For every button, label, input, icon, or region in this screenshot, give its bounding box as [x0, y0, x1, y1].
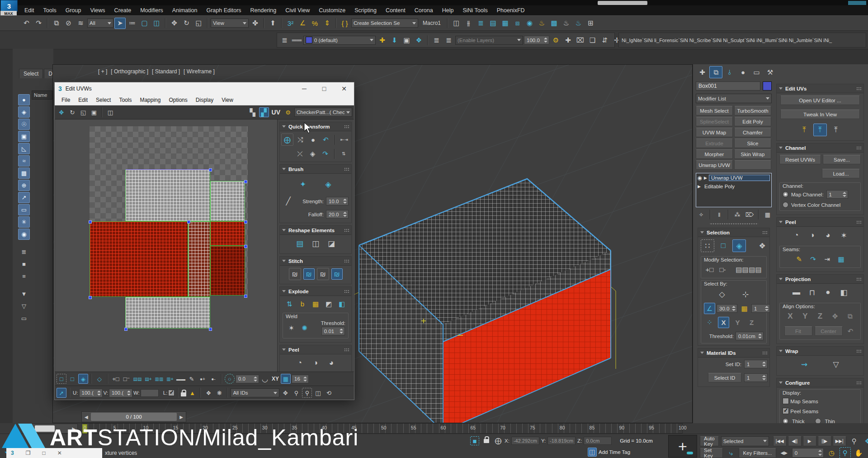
modifier-stack[interactable]: ◉▶Unwrap UVW▶Editable Poly: [696, 173, 772, 207]
falloff-space-xy[interactable]: XY: [271, 376, 280, 382]
select-by-element-icon[interactable]: ❖: [755, 239, 769, 252]
filter-config-icon[interactable]: ▼: [18, 288, 30, 300]
set-key-button[interactable]: Set Key: [700, 448, 723, 458]
uv-paint-grow-icon[interactable]: ●+: [198, 374, 208, 384]
uv-island-top-left[interactable]: [125, 169, 210, 221]
time-slider[interactable]: ◀ 0 / 100 ▶: [81, 411, 186, 422]
weld-custom-icon[interactable]: ✶: [286, 322, 297, 334]
expand-arrow-icon[interactable]: ▶: [698, 184, 701, 189]
surface-wrap-icon[interactable]: ▽: [829, 358, 843, 371]
flatten-by-face-icon[interactable]: ▦: [310, 298, 321, 310]
relax-brush-icon[interactable]: ◈: [321, 178, 335, 191]
axis-y-button[interactable]: Y: [732, 317, 743, 328]
window-crossing-icon[interactable]: ◫: [151, 18, 162, 29]
spacewarps-filter-icon[interactable]: ≈: [18, 155, 30, 167]
v-spinner[interactable]: 100.(: [109, 389, 132, 397]
shrink-selection-icon[interactable]: □-: [717, 264, 728, 275]
threshold-spinner[interactable]: 0.01cm: [736, 332, 764, 340]
curve-editor-icon[interactable]: ▦: [500, 18, 511, 29]
reset-projection-icon[interactable]: ↶: [845, 325, 856, 337]
render-production-icon[interactable]: ♨: [561, 18, 572, 29]
uv-ring-grow-icon[interactable]: ▥+: [165, 374, 175, 384]
cameras-filter-icon[interactable]: ▣: [18, 131, 30, 142]
align-horizontal-icon[interactable]: ⤭: [295, 134, 306, 145]
quick-peel-icon[interactable]: ◔: [790, 229, 803, 242]
open-uv-editor-button[interactable]: Open UV Editor ...: [780, 95, 860, 105]
modifier-button-unwrap-uvw[interactable]: Unwrap UVW: [696, 160, 733, 170]
pan-icon[interactable]: ✥: [280, 388, 290, 398]
uv-island-red-main[interactable]: [90, 221, 188, 297]
uv-menu-options[interactable]: Options: [165, 97, 191, 103]
prev-key-icon[interactable]: ◀||: [788, 436, 802, 446]
edit-seams-icon[interactable]: ✎: [793, 253, 805, 265]
align-to-view-icon[interactable]: ⧉: [844, 310, 856, 322]
select-by-angle-icon[interactable]: ∠: [704, 303, 715, 314]
grow-selection-icon[interactable]: +□: [704, 264, 715, 275]
reshape-header[interactable]: Reshape Elements: [280, 226, 351, 235]
axis-z-button[interactable]: Z: [746, 317, 757, 328]
uv-move-icon[interactable]: ✥: [57, 107, 66, 117]
modifier-button-chamfer[interactable]: Chamfer: [734, 128, 771, 137]
isolate-toggle-icon[interactable]: ◫: [588, 448, 597, 457]
uv-vertex-dot[interactable]: [89, 220, 92, 224]
stitch-source-icon[interactable]: ₪: [303, 268, 315, 280]
freeze-icon[interactable]: ❋: [214, 388, 224, 398]
tab-select[interactable]: Select: [19, 69, 43, 78]
rotate-cw-icon[interactable]: ↷: [320, 148, 331, 159]
create-tab-icon[interactable]: ✚: [696, 66, 709, 78]
uv-canvas[interactable]: [55, 119, 277, 377]
containers-filter-icon[interactable]: ⊕: [18, 180, 30, 191]
detail-view-icon[interactable]: ≡: [18, 271, 30, 282]
container-icon[interactable]: ▭: [18, 313, 30, 324]
modifier-button-skin-wrap[interactable]: Skin Wrap: [734, 149, 771, 159]
modifier-button-empty[interactable]: [734, 160, 771, 170]
select-in-layer-icon[interactable]: ▣: [401, 34, 412, 46]
strength-spinner[interactable]: 10.0: [326, 197, 349, 205]
absolute-typein-icon[interactable]: ➚: [57, 388, 66, 398]
spline-wrap-icon[interactable]: ⇝: [797, 358, 811, 371]
horizontal-scrollbar[interactable]: ◀ ▶: [27, 424, 78, 434]
select-scale-icon[interactable]: ◱: [193, 18, 204, 29]
menu-content[interactable]: Content: [381, 7, 410, 14]
scrollbar-thumb[interactable]: [35, 425, 55, 432]
menu-corona[interactable]: Corona: [410, 7, 438, 14]
flatten-strips-icon[interactable]: ◧: [336, 298, 348, 310]
show-end-result-icon[interactable]: ‖: [714, 210, 725, 219]
menu-phoenixfd[interactable]: PhoenixFD: [492, 7, 529, 14]
uv-rotate-icon[interactable]: ↻: [67, 107, 77, 117]
edge-to-seam-icon[interactable]: ⇥: [821, 253, 833, 265]
stitch-target-icon[interactable]: ₪: [331, 268, 343, 280]
z-coord-field[interactable]: 0.0cm: [584, 437, 612, 445]
weld-threshold-spinner[interactable]: 0.01: [321, 327, 345, 335]
modifier-button-slice[interactable]: Slice: [734, 138, 771, 148]
panel-filter-icon[interactable]: ▭: [18, 204, 30, 215]
uv-freeform-icon[interactable]: ▣: [89, 107, 99, 117]
select-loop-icon[interactable]: ▤▤: [750, 264, 761, 275]
close-button[interactable]: ✕: [334, 82, 354, 95]
checker-a-icon[interactable]: ▚: [248, 107, 258, 117]
zoom-region-nav-icon[interactable]: ⚲: [840, 447, 851, 458]
uv-vertex-dot[interactable]: [124, 328, 127, 331]
uv-vertex-dot[interactable]: [244, 220, 247, 224]
layer-list-icon[interactable]: ≣: [279, 34, 290, 46]
select-by-name-icon[interactable]: ≔: [127, 18, 138, 29]
angle-spinner[interactable]: 30.0: [717, 304, 737, 313]
selection-rollout-header[interactable]: Selection: [698, 228, 769, 237]
selection-lock-icon[interactable]: [484, 439, 489, 443]
copy-layer-icon[interactable]: ❏: [587, 34, 598, 46]
uv-menu-display[interactable]: Display: [192, 97, 217, 103]
modify-tab-icon[interactable]: ⧉: [709, 66, 722, 78]
falloff-spinner[interactable]: 20.0: [326, 210, 349, 219]
max-logo[interactable]: 3: [0, 0, 18, 12]
selection-set-dropdown[interactable]: Selected: [721, 436, 769, 446]
fragment-close-icon[interactable]: ✕: [57, 450, 62, 456]
uv-ring-icon[interactable]: ▥▥: [154, 374, 164, 384]
motion-tab-icon[interactable]: ●: [736, 66, 750, 78]
linear-align-icon[interactable]: ◈: [307, 148, 318, 159]
align-vertical-bars-icon[interactable]: ⦁: [307, 134, 319, 145]
modifier-button-morpher[interactable]: Morpher: [696, 149, 733, 159]
best-align-icon[interactable]: ✥: [830, 310, 841, 322]
x-coord-field[interactable]: -42.292cm: [511, 437, 539, 445]
filter-selected-faces-icon[interactable]: ▲: [187, 388, 197, 398]
create-layer-icon[interactable]: ✚: [377, 34, 388, 46]
